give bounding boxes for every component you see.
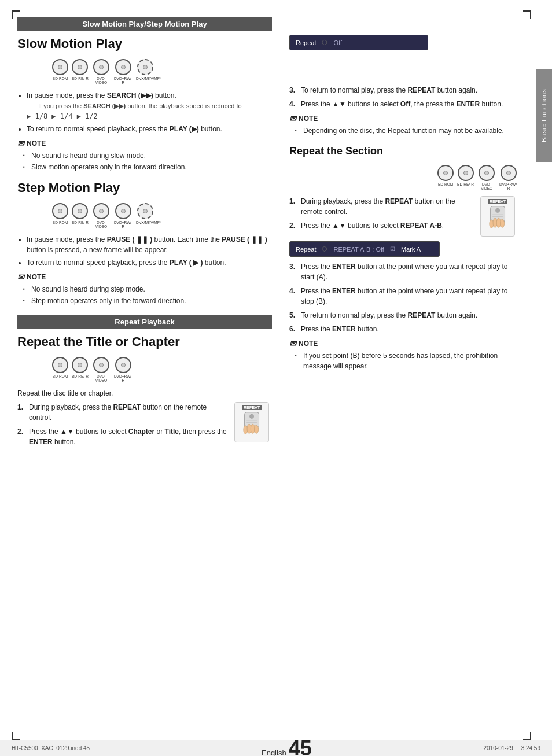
step1-text: During playback, press the REPEAT button… — [29, 402, 230, 423]
repeat-tc-intro: Repeat the disc title or chapter. — [17, 388, 272, 399]
disc-icon-bdrer-step: BD-RE/-R — [72, 203, 89, 228]
right-steps-top: 3. To return to normal play, press the R… — [289, 85, 518, 109]
page-date-time: 2010-01-29 3:24:59 — [484, 745, 540, 751]
slow-step-header-bar: Slow Motion Play/Step Motion Play — [17, 17, 272, 31]
rs-step-5: 5. To return to normal play, press the R… — [289, 310, 518, 320]
disc-circle-divx — [137, 59, 153, 75]
disc-label-step2: BD-RE/-R — [72, 220, 89, 224]
disc-label-step4: DVD+RW/-R — [114, 220, 133, 228]
disc-icon-dvdvideo: DVD-VIDEO — [92, 59, 111, 84]
disc-circle-rs2 — [458, 165, 474, 181]
step1-num: 1. — [17, 402, 27, 423]
rs-step4-num: 4. — [289, 286, 299, 307]
disc-circle-tc2 — [72, 357, 88, 373]
disc-circle-rs3 — [479, 165, 495, 181]
disc-label-tc2: BD-RE/-R — [72, 374, 89, 378]
note-icon-rs: ✉ — [289, 339, 296, 348]
rs-step2-text: Press the ▲▼ buttons to select REPEAT A-… — [301, 220, 444, 231]
mark-a-label: Mark A — [401, 246, 421, 253]
svg-point-7 — [254, 425, 258, 433]
disc-label-rs1: BD-ROM — [438, 182, 453, 186]
disc-icon-tc4: DVD+RW/-R — [114, 357, 133, 382]
corner-mark-bl — [12, 732, 20, 740]
page-language: English — [262, 748, 286, 757]
rs-step1-text: During playback, press the REPEAT button… — [301, 196, 477, 217]
left-column: Slow Motion Play/Step Motion Play Slow M… — [17, 17, 284, 451]
step-note-1: No sound is heard during step mode. — [23, 284, 272, 294]
page-container: Basic Functions Slow Motion Play/Step Mo… — [0, 0, 552, 756]
step-note-2: Step motion operates only in the forward… — [23, 296, 272, 306]
rs-step6-text: Press the ENTER button. — [301, 324, 379, 334]
rs-step1-num: 1. — [289, 196, 299, 217]
right-note-top-1: Depending on the disc, the Repeat functi… — [295, 126, 518, 136]
disc-icon-bdrom-step: BD-ROM — [52, 203, 68, 228]
slow-bullet-1-sub: If you press the SEARCH (▶▶) button, the… — [27, 102, 242, 120]
repeat-section-steps-area: 1. During playback, press the REPEAT but… — [289, 196, 518, 237]
ab-value: REPEAT A-B : Off — [333, 246, 384, 253]
mark-a-icon: ☑ — [390, 246, 395, 252]
disc-icon-divx-step: DivX/MKV/MP4 — [136, 203, 154, 228]
step-bullet-1: In pause mode, press the PAUSE ( ❚❚ ) bu… — [27, 234, 272, 255]
disc-label-step5: DivX/MKV/MP4 — [136, 220, 154, 224]
corner-mark-tr — [523, 10, 531, 19]
disc-circle-dvdvideo — [93, 59, 109, 75]
disc-circle-dvdrw — [115, 59, 131, 75]
repeat-section-steps2: 3. Press the ENTER button at the point w… — [289, 261, 518, 334]
disc-icon-tc2: BD-RE/-R — [72, 357, 89, 382]
disc-label-dvdrw: DVD+RW/-R — [114, 76, 133, 84]
right-step3-num: 3. — [289, 85, 299, 95]
page-num-area: English 45 — [262, 738, 312, 757]
step-bullet-2: To return to normal speed playback, pres… — [27, 257, 272, 268]
rs-remote-hand: REPEAT — [480, 196, 515, 237]
disc-icon-tc1: BD-ROM — [52, 357, 68, 382]
disc-label-bdrer: BD-RE/-R — [72, 76, 89, 80]
disc-label-bdrom: BD-ROM — [53, 76, 68, 80]
disc-label-tc4: DVD+RW/-R — [114, 374, 133, 382]
disc-label-rs2: BD-RE/-R — [457, 182, 474, 186]
svg-point-15 — [500, 219, 504, 227]
repeat-hand-svg — [239, 411, 265, 440]
disc-label-rs3: DVD-VIDEO — [477, 182, 496, 190]
slow-motion-note-header: ✉ NOTE — [17, 139, 272, 148]
repeat-tc-step-2: 2. Press the ▲▼ buttons to select Chapte… — [17, 426, 230, 447]
rs-step5-text: To return to normal play, press the REPE… — [301, 310, 477, 320]
repeat-section-steps1: 1. During playback, press the REPEAT but… — [289, 196, 477, 234]
slow-note-items: No sound is heard during slow mode. Slow… — [17, 150, 272, 172]
disc-circle-rs1 — [437, 165, 454, 181]
repeat-tc-steps-area: REPEAT — [17, 402, 272, 447]
rs-step4-text: Press the ENTER button at the point wher… — [301, 286, 518, 307]
main-content: Slow Motion Play/Step Motion Play Slow M… — [0, 0, 552, 468]
disc-circle-bdrer — [72, 59, 88, 75]
disc-circle-step3 — [93, 203, 109, 219]
slow-motion-title: Slow Motion Play — [17, 36, 272, 54]
rs-step5-num: 5. — [289, 310, 299, 320]
disc-label-tc3: DVD-VIDEO — [92, 374, 111, 382]
rs-step-6: 6. Press the ENTER button. — [289, 324, 518, 334]
page-date: 2010-01-29 — [484, 745, 513, 751]
screen-display-top: Repeat ⬡ Off — [289, 35, 428, 50]
disc-icon-divx: DivX/MKV/MP4 — [136, 59, 154, 84]
rs-step3-num: 3. — [289, 261, 299, 282]
right-step-4: 4. Press the ▲▼ buttons to select Off, t… — [289, 99, 518, 109]
disc-circle-rs4 — [501, 165, 517, 181]
rs-note-1: If you set point (B) before 5 seconds ha… — [295, 351, 518, 371]
step-motion-bullets: In pause mode, press the PAUSE ( ❚❚ ) bu… — [17, 234, 272, 268]
disc-icon-dvd-step: DVD-VIDEO — [92, 203, 111, 228]
corner-mark-br — [523, 732, 531, 740]
note-icon-slow: ✉ — [17, 139, 24, 148]
disc-icon-tc3: DVD-VIDEO — [92, 357, 111, 382]
svg-point-1 — [249, 414, 253, 418]
disc-label-dvdvideo: DVD-VIDEO — [92, 76, 111, 84]
step-note-label: NOTE — [27, 273, 46, 281]
rs-remote-img: REPEAT — [480, 196, 518, 237]
step-motion-disc-icons: BD-ROM BD-RE/-R DVD-VIDEO DVD+RW/-R DivX… — [52, 203, 272, 228]
right-step-3: 3. To return to normal play, press the R… — [289, 85, 518, 95]
disc-label-step3: DVD-VIDEO — [92, 220, 111, 228]
page-time: 3:24:59 — [521, 745, 540, 751]
repeat-title-chapter-title: Repeat the Title or Chapter — [17, 334, 272, 352]
repeat-playback-header-bar: Repeat Playback — [17, 315, 272, 329]
slow-note-1: No sound is heard during slow mode. — [23, 150, 272, 161]
repeat-tc-step-1: 1. During playback, press the REPEAT but… — [17, 402, 230, 423]
step-note-items: No sound is heard during step mode. Step… — [17, 284, 272, 306]
rs-note-items: If you set point (B) before 5 seconds ha… — [289, 351, 518, 371]
